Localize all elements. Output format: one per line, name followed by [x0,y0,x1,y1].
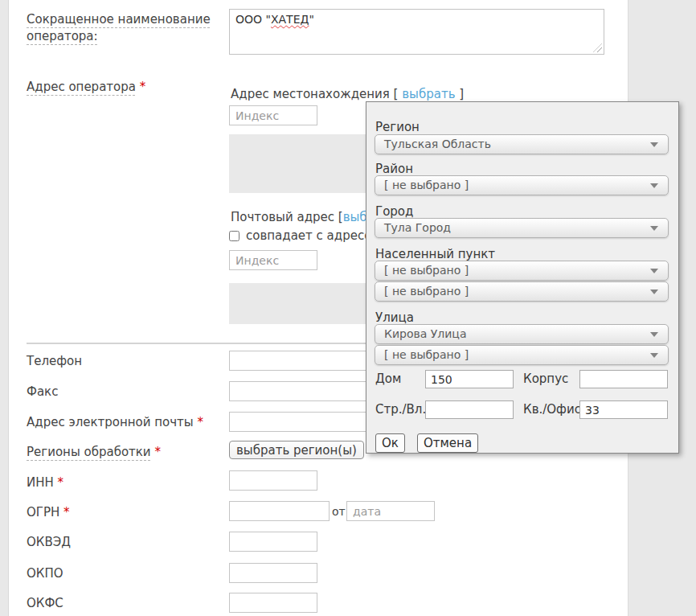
phone-label: Телефон [27,353,82,370]
region-label: Регион [375,120,420,134]
same-address-checkbox[interactable] [229,231,240,241]
office-input[interactable] [579,400,668,419]
structure-label: Стр./Вл. [375,402,426,417]
settlement-select-2[interactable]: [ не выбрано ] [375,281,669,302]
okved-label: ОКВЭД [27,534,71,551]
city-label: Город [375,204,413,219]
region-select[interactable]: Тульская Область [375,134,669,154]
building-label: Корпус [523,372,568,386]
inn-input[interactable] [229,470,317,491]
postal-index-input[interactable] [229,250,317,270]
chevron-down-icon [650,269,658,273]
street-label: Улица [375,310,414,325]
okpo-label: ОКПО [27,565,63,582]
house-input[interactable] [425,370,514,388]
ogrn-date-input[interactable] [346,501,435,521]
settlement-select[interactable]: [ не выбрано ] [375,261,669,281]
short-name-value: ООО "ХАТЕД" [235,13,314,26]
location-address-header: Адрес местонахождения [ выбрать ] [231,86,464,103]
ogrn-label: ОГРН * [27,504,70,521]
operator-address-label: Адрес оператора * [27,79,145,96]
district-select[interactable]: [ не выбрано ] [375,175,669,195]
chevron-down-icon [650,142,658,147]
address-popup: Регион Тульская Область Район [ не выбра… [366,101,679,454]
location-index-input[interactable] [229,105,317,125]
select-regions-button[interactable]: выбрать регион(ы) [229,441,364,459]
location-address-select-link[interactable]: выбрать [402,87,455,101]
building-input[interactable] [579,370,668,388]
resize-grip-icon[interactable] [593,43,602,52]
short-name-textarea[interactable]: ООО "ХАТЕД" [229,9,604,55]
structure-input[interactable] [425,400,514,419]
required-asterisk: * [63,505,70,519]
okfs-input[interactable] [229,593,317,613]
okpo-input[interactable] [229,563,317,583]
ogrn-from-label: от [332,505,346,518]
required-asterisk: * [197,415,203,429]
chevron-down-icon [650,226,658,231]
short-name-label: Сокращенное наименование оператора: [27,11,215,45]
district-label: Район [375,162,413,176]
fax-label: Факс [27,384,58,400]
house-label: Дом [375,372,401,386]
email-label: Адрес электронной почты * [27,414,203,431]
street-select-2[interactable]: [ не выбрано ] [375,345,669,365]
office-label: Кв./Офис [523,402,581,417]
required-asterisk: * [154,445,161,459]
chevron-down-icon [650,290,658,294]
ogrn-input[interactable] [229,501,330,521]
misspelled-word: ХАТЕД [271,13,309,26]
inn-label: ИНН * [27,474,63,491]
okved-input[interactable] [229,532,317,552]
chevron-down-icon [650,332,658,337]
settlement-label: Населенный пункт [375,247,495,261]
cancel-button[interactable]: Отмена [417,433,478,453]
city-select[interactable]: Тула Город [375,218,669,238]
regions-label: Регионы обработки * [27,444,161,461]
required-asterisk: * [58,475,64,490]
chevron-down-icon [650,353,658,358]
street-select[interactable]: Кирова Улица [375,324,669,344]
chevron-down-icon [650,183,658,188]
ok-button[interactable]: Ок [375,433,405,453]
okfs-label: ОКФС [27,595,63,612]
required-asterisk: * [140,80,146,94]
